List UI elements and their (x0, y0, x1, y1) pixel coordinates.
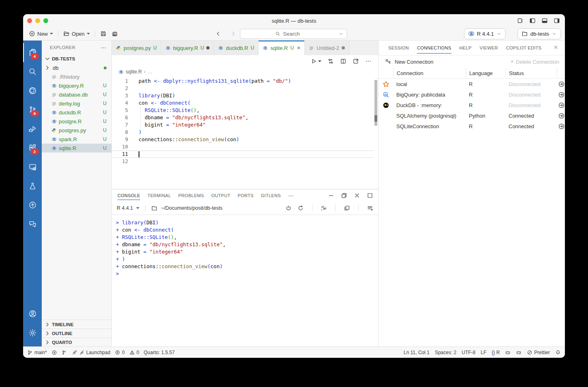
close-right-panel-button[interactable] (553, 44, 558, 52)
status-encoding[interactable]: UTF-8 (462, 350, 475, 355)
connection-row-BigQuery[interactable]: BigQuery: publicdataRDisconnected (378, 89, 565, 100)
toggle-secondary-sidebar-icon[interactable] (554, 17, 560, 24)
status-language-mode[interactable]: {} R (492, 350, 500, 355)
activity-item-remote-explorer[interactable] (23, 157, 42, 176)
right-tab-copilot-edits[interactable]: COPILOT EDITS (506, 41, 541, 55)
activity-item-github[interactable] (23, 81, 42, 100)
status-indentation[interactable]: Spaces: 2 (435, 350, 456, 355)
minimize-panel-button[interactable] (328, 192, 334, 199)
status-eol[interactable]: LF (481, 350, 486, 355)
close-window-button[interactable] (27, 18, 32, 23)
source-script-button[interactable] (327, 58, 334, 64)
status-errors[interactable]: 0 (115, 350, 125, 355)
toggle-panel-icon[interactable] (541, 17, 548, 24)
interpreter-picker[interactable]: R R 4.4.1 (464, 28, 506, 39)
panel-tab-gitlens[interactable]: GITLENS (261, 189, 281, 202)
status-warnings[interactable]: 0 (129, 350, 139, 355)
connect-arrow-icon[interactable] (558, 102, 565, 109)
tab-duckdb.R[interactable]: Rduckdb.RU (214, 41, 259, 55)
activity-item-accounts[interactable] (23, 304, 42, 323)
panel-tab-ports[interactable]: PORTS (238, 189, 254, 202)
activity-item-testing[interactable] (23, 176, 42, 196)
workspace-picker[interactable]: db-tests (517, 28, 561, 39)
console-interpreter[interactable]: R 4.4.1 (117, 205, 133, 211)
shutdown-session-icon[interactable] (285, 205, 292, 211)
sidebar-item-.Rhistory[interactable]: .Rhistory (42, 72, 111, 81)
connect-arrow-icon[interactable] (558, 112, 565, 119)
tab-sqlite.R[interactable]: Rsqlite.RU× (259, 41, 305, 55)
split-editor-button[interactable] (340, 58, 346, 64)
activity-item-explorer[interactable]: 4 (23, 43, 42, 62)
sidebar-item-sqlite.R[interactable]: Rsqlite.RU (42, 144, 111, 153)
explorer-more-actions-icon[interactable]: ⋯ (101, 44, 107, 51)
word-wrap-icon[interactable]: abc (321, 205, 327, 211)
connect-arrow-icon[interactable] (558, 123, 565, 130)
right-tab-session[interactable]: SESSION (388, 41, 409, 55)
clear-console-icon[interactable] (367, 205, 373, 211)
status-launchpad[interactable]: Launchpad (72, 350, 110, 355)
activity-item-run-and-debug[interactable] (23, 119, 42, 138)
tab-bigquery.R[interactable]: Rbigquery.RU (161, 41, 214, 55)
column-header-language[interactable]: Language (466, 68, 505, 78)
open-in-new-window-button[interactable] (353, 58, 359, 64)
status-quarto-version[interactable]: Quarto: 1.5.57 (143, 350, 175, 355)
panel-tab-terminal[interactable]: TERMINAL (148, 189, 171, 202)
sidebar-item-postgre.R[interactable]: Rpostgre.RU (42, 117, 111, 126)
command-search-box[interactable] (240, 29, 347, 39)
sidebar-item-duckdb.R[interactable]: Rduckdb.RU (42, 108, 111, 117)
breadcrumb[interactable]: R sqlite.R › … (112, 67, 378, 77)
console-output[interactable]: > library(DBI)+ con <- dbConnect(+ RSQLi… (112, 215, 378, 346)
panel-tab-output[interactable]: OUTPUT (211, 189, 230, 202)
open-button[interactable]: Open (61, 30, 92, 37)
sidebar-item-db[interactable]: db (42, 63, 111, 72)
status-copilot-2[interactable] (516, 350, 522, 355)
run-button[interactable] (310, 58, 321, 64)
status-prettier[interactable]: Prettier (527, 350, 550, 355)
toggle-primary-sidebar-icon[interactable] (529, 17, 536, 24)
right-tab-viewer[interactable]: VIEWER (480, 41, 498, 55)
sidebar-item-bigquery.R[interactable]: Rbigquery.RU (42, 81, 111, 90)
move-console-icon[interactable] (344, 205, 350, 211)
panel-tabs-overflow[interactable]: ⋯ (288, 189, 294, 202)
new-button[interactable]: New (26, 30, 56, 37)
navigate-back-icon[interactable] (215, 30, 221, 37)
sidebar-section-timeline[interactable]: TIMELINE (42, 320, 111, 329)
connection-row-local[interactable]: localRDisconnected (378, 79, 565, 89)
activity-item-comments[interactable] (23, 215, 42, 234)
connect-arrow-icon[interactable] (558, 81, 565, 88)
save-button[interactable] (98, 30, 109, 37)
navigate-forward-icon[interactable] (230, 30, 237, 37)
tab-postgres.py[interactable]: postgres.pyU (112, 41, 161, 55)
activity-item-extensions[interactable]: 2 (23, 138, 42, 157)
status-git-branch[interactable]: main* (27, 350, 47, 355)
status-notifications[interactable] (555, 350, 561, 355)
activity-item-search[interactable] (23, 62, 42, 81)
tab-Untitled-2[interactable]: Untitled-2 (305, 41, 349, 55)
close-panel-button[interactable] (354, 192, 360, 199)
restore-panel-button[interactable] (341, 192, 347, 199)
right-tab-connections[interactable]: CONNECTIONS (417, 41, 451, 55)
panel-tab-console[interactable]: CONSOLE (118, 189, 140, 202)
status-gitlens[interactable] (62, 350, 67, 355)
customize-layout-icon[interactable] (517, 17, 524, 24)
sidebar-item-postgres.py[interactable]: postgres.pyU (42, 126, 111, 135)
zoom-window-button[interactable] (43, 18, 48, 23)
maximize-panel-button[interactable] (367, 192, 373, 199)
code-editor[interactable]: 1path <- dbplyr::nycflights131_sqlite(pa… (112, 77, 378, 189)
restart-session-icon[interactable] (297, 205, 304, 211)
column-header-status[interactable]: Status (505, 68, 557, 78)
sidebar-section-outline[interactable]: OUTLINE (42, 329, 111, 338)
workspace-root-row[interactable]: DB-TESTS (42, 54, 111, 63)
sidebar-section-quarto[interactable]: QUARTO (42, 338, 111, 346)
column-header-connection[interactable]: Connection (393, 68, 466, 78)
connection-row-SQLiteConnection[interactable]: SQLiteConnectionRConnected (378, 121, 565, 131)
activity-item-source-control[interactable]: 9 (23, 100, 42, 119)
right-tab-help[interactable]: HELP (460, 41, 472, 55)
connection-row-SQLAlchemy[interactable]: SQLAlchemy (postgresql)PythonConnected (378, 110, 565, 121)
search-input[interactable] (282, 30, 312, 37)
chevron-down-icon[interactable] (338, 31, 344, 37)
panel-tab-problems[interactable]: PROBLEMS (178, 189, 204, 202)
sidebar-item-database.db[interactable]: database.dbU (42, 90, 111, 99)
sidebar-item-spark.R[interactable]: Rspark.RU (42, 135, 111, 144)
sidebar-item-derby.log[interactable]: derby.logU (42, 99, 111, 108)
